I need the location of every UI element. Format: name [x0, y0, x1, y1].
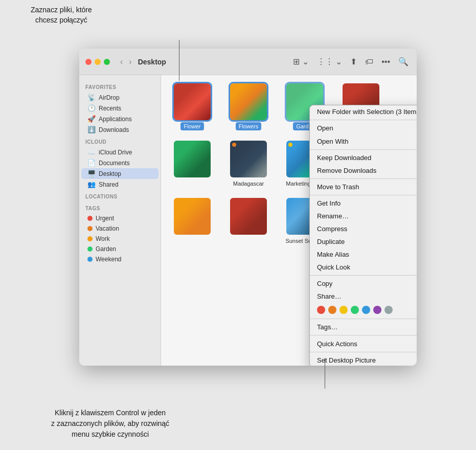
- cm-rename[interactable]: Rename…: [310, 210, 417, 222]
- share-icon[interactable]: ⬆: [348, 56, 359, 68]
- annotation-top: Zaznacz pliki, które chcesz połączyć: [31, 5, 92, 25]
- more-icon[interactable]: •••: [379, 56, 392, 68]
- cm-compress[interactable]: Compress: [310, 222, 417, 235]
- cm-quick-actions[interactable]: Quick Actions: [310, 337, 417, 350]
- vacation-tag-dot: [87, 226, 93, 231]
- cm-divider-1: [310, 120, 417, 120]
- cm-copy[interactable]: Copy: [310, 277, 417, 290]
- icloud-drive-icon: ☁️: [87, 148, 96, 156]
- sidebar-item-documents-label: Documents: [99, 160, 130, 167]
- sidebar-item-downloads[interactable]: ⬇️ Downloads: [81, 124, 158, 135]
- sidebar-tag-vacation[interactable]: Vacation: [81, 223, 158, 234]
- applications-icon: 🚀: [87, 115, 96, 123]
- back-button[interactable]: ‹: [118, 56, 125, 68]
- cm-new-folder[interactable]: New Folder with Selection (3 Items): [310, 105, 417, 118]
- sidebar-item-shared-label: Shared: [99, 181, 119, 188]
- color-red[interactable]: [317, 306, 325, 314]
- file-item-r3[interactable]: [169, 198, 215, 245]
- sidebar-tag-vacation-label: Vacation: [96, 225, 119, 232]
- downloads-icon: ⬇️: [87, 126, 96, 133]
- annotation-line-top: [179, 40, 179, 81]
- airdrop-icon: 📡: [87, 94, 96, 101]
- file-thumb-r4: [230, 198, 267, 235]
- file-thumb-flowers: [230, 83, 267, 120]
- work-tag-dot: [87, 236, 93, 241]
- cm-divider-8: [310, 352, 417, 352]
- sidebar-item-icloud-drive[interactable]: ☁️ iCloud Drive: [81, 147, 158, 158]
- sidebar-item-airdrop[interactable]: 📡 AirDrop: [81, 92, 158, 103]
- cm-tags[interactable]: Tags…: [310, 321, 417, 333]
- view-icon-list[interactable]: ⋮⋮ ⌄: [315, 56, 344, 68]
- title-bar: ‹ › Desktop ⊞ ⌄ ⋮⋮ ⌄ ⬆ 🏷 ••• 🔍: [79, 49, 417, 75]
- sidebar-item-desktop-label: Desktop: [99, 170, 121, 177]
- sidebar-item-applications[interactable]: 🚀 Applications: [81, 114, 158, 124]
- file-thumb-r3: [174, 198, 211, 235]
- file-item-r2[interactable]: [169, 141, 215, 188]
- cm-colors: [310, 303, 417, 317]
- sidebar: Favorites 📡 AirDrop 🕐 Recents 🚀 Applicat…: [79, 75, 161, 366]
- cm-keep-downloaded[interactable]: Keep Downloaded: [310, 151, 417, 164]
- tag-icon[interactable]: 🏷: [363, 56, 375, 68]
- cm-quick-look[interactable]: Quick Look: [310, 261, 417, 274]
- file-thumb-madagascar: [230, 141, 267, 177]
- close-button[interactable]: [85, 59, 92, 65]
- cm-divider-4: [310, 195, 417, 195]
- file-thumb-r2: [174, 141, 211, 177]
- recents-icon: 🕐: [87, 104, 96, 112]
- cm-get-info[interactable]: Get Info: [310, 197, 417, 210]
- cm-move-trash[interactable]: Move to Trash: [310, 181, 417, 193]
- color-green[interactable]: [351, 306, 359, 314]
- locations-label: Locations: [79, 190, 161, 201]
- garden-tag-dot: [87, 246, 93, 252]
- cm-remove-downloads[interactable]: Remove Downloads: [310, 164, 417, 177]
- cm-open-with[interactable]: Open With: [310, 134, 417, 148]
- sidebar-tag-weekend-label: Weekend: [96, 256, 121, 263]
- cm-share[interactable]: Share…: [310, 290, 417, 303]
- sidebar-item-icloud-drive-label: iCloud Drive: [99, 149, 132, 156]
- maximize-button[interactable]: [104, 59, 110, 65]
- sidebar-tag-weekend[interactable]: Weekend: [81, 254, 158, 264]
- cm-open[interactable]: Open: [310, 122, 417, 134]
- favorites-label: Favorites: [79, 80, 161, 92]
- sidebar-tag-urgent-label: Urgent: [96, 215, 114, 222]
- sidebar-item-documents[interactable]: 📄 Documents: [81, 158, 158, 168]
- cm-divider-2: [310, 149, 417, 150]
- view-icon-grid[interactable]: ⊞ ⌄: [291, 56, 310, 68]
- sidebar-tag-garden[interactable]: Garden: [81, 244, 158, 254]
- tags-label: Tags: [79, 201, 161, 213]
- sidebar-item-applications-label: Applications: [99, 116, 132, 123]
- forward-button[interactable]: ›: [127, 56, 133, 68]
- sidebar-item-desktop[interactable]: 🖥️ Desktop: [81, 168, 158, 179]
- color-blue[interactable]: [362, 306, 370, 314]
- sidebar-tag-work[interactable]: Work: [81, 234, 158, 244]
- color-orange[interactable]: [328, 306, 336, 314]
- file-label-r3: [189, 237, 195, 239]
- weekend-tag-dot: [87, 257, 93, 262]
- color-yellow[interactable]: [339, 306, 348, 314]
- file-label-r2: [189, 179, 195, 182]
- cm-divider-7: [310, 335, 417, 335]
- color-gray[interactable]: [384, 306, 393, 314]
- annotation-bottom: Kliknij z klawiszem Control w jeden z za…: [51, 408, 169, 440]
- cm-duplicate[interactable]: Duplicate: [310, 235, 417, 248]
- documents-icon: 📄: [87, 159, 96, 167]
- file-item-madagascar[interactable]: Madagascar: [225, 141, 271, 188]
- sidebar-tag-urgent[interactable]: Urgent: [81, 213, 158, 223]
- sidebar-item-airdrop-label: AirDrop: [99, 94, 120, 101]
- cm-make-alias[interactable]: Make Alias: [310, 248, 417, 261]
- icloud-label: iCloud: [79, 135, 161, 147]
- sidebar-item-shared[interactable]: 👥 Shared: [81, 179, 158, 190]
- minimize-button[interactable]: [95, 59, 101, 65]
- file-label-madagascar: Madagascar: [230, 179, 267, 188]
- file-label-flowers: Flowers: [236, 122, 262, 130]
- file-thumb-flower: [174, 83, 211, 120]
- urgent-tag-dot: [87, 216, 93, 221]
- search-icon[interactable]: 🔍: [396, 56, 411, 68]
- sidebar-item-downloads-label: Downloads: [99, 126, 129, 133]
- file-item-flowers[interactable]: Flowers: [225, 83, 271, 130]
- cm-set-desktop[interactable]: Set Desktop Picture: [310, 354, 417, 366]
- file-item-flower[interactable]: Flower: [169, 83, 215, 130]
- file-item-r4[interactable]: [225, 198, 271, 245]
- sidebar-item-recents[interactable]: 🕐 Recents: [81, 103, 158, 114]
- color-purple[interactable]: [373, 306, 381, 314]
